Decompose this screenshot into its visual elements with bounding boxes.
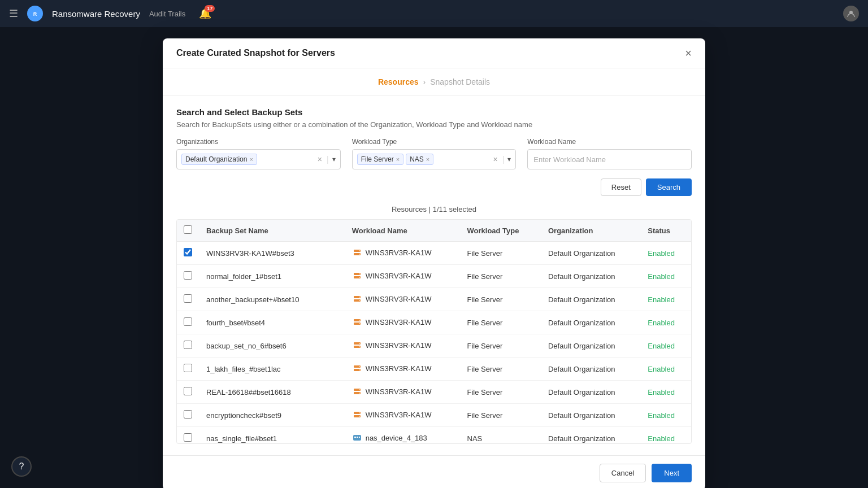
cell-workload-type: File Server xyxy=(461,381,541,404)
modal-dialog: Create Curated Snapshot for Servers × Re… xyxy=(163,38,705,488)
cell-workload-type: File Server xyxy=(461,242,541,265)
filter-row: Organizations Default Organization × × |… xyxy=(176,138,692,169)
cell-organization: Default Organization xyxy=(541,358,641,381)
next-button[interactable]: Next xyxy=(652,464,692,482)
resources-count: Resources | 1/11 selected xyxy=(176,205,692,213)
svg-point-18 xyxy=(359,323,360,324)
filter-actions: Reset Search xyxy=(176,178,692,196)
cell-workload-name: WINS3RV3R-KA1W xyxy=(345,265,461,288)
modal-body: Search and Select Backup Sets Search for… xyxy=(163,96,705,455)
row-checkbox[interactable] xyxy=(184,271,192,280)
organizations-dropdown-icon[interactable]: ▾ xyxy=(332,155,336,163)
table-row: REAL-16618##bset16618 WINS3RV3R-KA1W Fil… xyxy=(177,381,691,404)
reset-button[interactable]: Reset xyxy=(601,178,641,196)
col-workload-name: Workload Name xyxy=(345,220,461,242)
table-row: normal_folder_1#bset1 WINS3RV3R-KA1W Fil… xyxy=(177,265,691,288)
workload-type-clear-icon[interactable]: × xyxy=(492,155,499,164)
cell-workload-name: WINS3RV3R-KA1W xyxy=(345,311,461,334)
cell-workload-name: WINS3RV3R-KA1W xyxy=(345,358,461,381)
organizations-filter-group: Organizations Default Organization × × |… xyxy=(176,138,341,169)
wl-tag-nas: NAS × xyxy=(406,154,433,165)
server-icon xyxy=(352,340,362,350)
col-workload-type: Workload Type xyxy=(461,220,541,242)
app-logo: R xyxy=(27,6,43,21)
wl-tag-fileserver: File Server × xyxy=(357,154,403,165)
row-checkbox[interactable] xyxy=(184,248,192,256)
audit-trails-link[interactable]: Audit Trails xyxy=(149,10,185,18)
notification-bell[interactable]: 🔔 17 xyxy=(199,7,211,20)
cell-workload-name: WINS3RV3R-KA1W xyxy=(345,242,461,265)
cell-workload-type: File Server xyxy=(461,288,541,311)
row-checkbox[interactable] xyxy=(184,433,192,442)
table-header-row: Backup Set Name Workload Name Workload T… xyxy=(177,220,691,242)
cell-status: Enabled xyxy=(641,311,691,334)
cell-workload-type: NAS xyxy=(461,427,541,445)
close-button[interactable]: × xyxy=(685,47,692,59)
cell-workload-type: File Server xyxy=(461,265,541,288)
wl-tag-nas-remove-icon[interactable]: × xyxy=(426,156,429,163)
cell-backup-set-name: nas_single_file#bset1 xyxy=(199,427,345,445)
col-backup-set-name: Backup Set Name xyxy=(199,220,345,242)
svg-rect-37 xyxy=(357,437,358,438)
section-title: Search and Select Backup Sets xyxy=(176,107,692,117)
cell-backup-set-name: fourth_bset#bset4 xyxy=(199,311,345,334)
server-icon xyxy=(352,247,362,258)
svg-point-10 xyxy=(359,277,360,278)
svg-rect-36 xyxy=(354,437,356,438)
select-all-checkbox[interactable] xyxy=(184,225,192,234)
col-organization: Organization xyxy=(541,220,641,242)
row-checkbox[interactable] xyxy=(184,387,192,395)
cell-workload-type: File Server xyxy=(461,404,541,427)
modal-overlay: Create Curated Snapshot for Servers × Re… xyxy=(0,27,868,488)
cell-status: Enabled xyxy=(641,242,691,265)
workload-name-input[interactable] xyxy=(527,149,692,169)
col-status: Status xyxy=(641,220,691,242)
cell-workload-name: WINS3RV3R-KA1W xyxy=(345,404,461,427)
table-row: another_backupset+#bset10 WINS3RV3R-KA1W… xyxy=(177,288,691,311)
row-checkbox[interactable] xyxy=(184,410,192,419)
organizations-clear-icon[interactable]: × xyxy=(316,155,323,164)
row-checkbox[interactable] xyxy=(184,341,192,349)
svg-text:R: R xyxy=(33,11,37,17)
org-tag-remove-icon[interactable]: × xyxy=(249,156,253,163)
search-button[interactable]: Search xyxy=(646,178,692,196)
cell-organization: Default Organization xyxy=(541,427,641,445)
user-avatar[interactable] xyxy=(843,6,859,21)
cell-backup-set-name: encryptioncheck#bset9 xyxy=(199,404,345,427)
cell-status: Enabled xyxy=(641,404,691,427)
cancel-button[interactable]: Cancel xyxy=(600,464,646,482)
cell-status: Enabled xyxy=(641,358,691,381)
server-icon xyxy=(352,271,362,281)
row-checkbox[interactable] xyxy=(184,317,192,326)
wl-tag-fileserver-label: File Server xyxy=(361,155,394,163)
step-snapshot-details[interactable]: Snapshot Details xyxy=(430,77,490,86)
workload-type-dropdown-icon[interactable]: ▾ xyxy=(507,155,511,163)
workload-type-input-box[interactable]: File Server × NAS × × | ▾ xyxy=(352,149,517,169)
table-row: backup_set_no_6#bset6 WINS3RV3R-KA1W Fil… xyxy=(177,334,691,358)
help-button[interactable]: ? xyxy=(11,456,32,477)
row-checkbox[interactable] xyxy=(184,294,192,303)
cell-backup-set-name: normal_folder_1#bset1 xyxy=(199,265,345,288)
wl-tag-fileserver-remove-icon[interactable]: × xyxy=(396,156,400,163)
backup-sets-table-wrapper[interactable]: Backup Set Name Workload Name Workload T… xyxy=(176,219,692,444)
table-row: encryptioncheck#bset9 WINS3RV3R-KA1W Fil… xyxy=(177,404,691,427)
svg-point-17 xyxy=(359,320,360,321)
cell-organization: Default Organization xyxy=(541,311,641,334)
cell-status: Enabled xyxy=(641,334,691,358)
row-checkbox[interactable] xyxy=(184,364,192,372)
step-resources[interactable]: Resources xyxy=(378,77,419,86)
organizations-tags: Default Organization × xyxy=(181,154,313,165)
svg-point-5 xyxy=(359,250,360,251)
cell-organization: Default Organization xyxy=(541,404,641,427)
menu-icon[interactable]: ☰ xyxy=(9,7,18,20)
table-row: 1_lakh_files_#bset1lac WINS3RV3R-KA1W Fi… xyxy=(177,358,691,381)
svg-point-14 xyxy=(359,300,360,301)
nas-icon xyxy=(352,433,362,443)
cell-organization: Default Organization xyxy=(541,334,641,358)
organizations-input-box[interactable]: Default Organization × × | ▾ xyxy=(176,149,341,169)
cell-organization: Default Organization xyxy=(541,242,641,265)
organizations-label: Organizations xyxy=(176,138,341,146)
section-description: Search for BackupSets using either or a … xyxy=(176,120,692,129)
help-icon: ? xyxy=(19,461,24,472)
cell-backup-set-name: REAL-16618##bset16618 xyxy=(199,381,345,404)
